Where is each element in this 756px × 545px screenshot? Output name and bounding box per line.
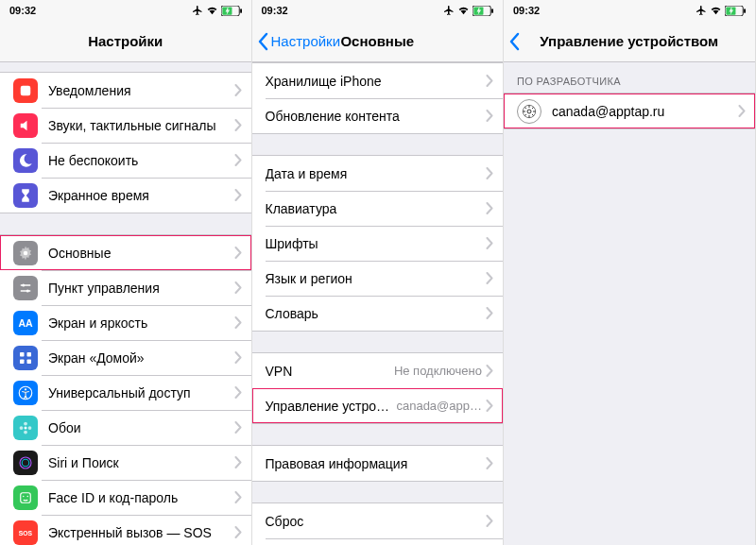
notif-icon [13,78,38,103]
svg-point-38 [527,110,531,113]
row-faceid[interactable]: Face ID и код-пароль [0,480,251,515]
row-1-1[interactable]: Клавиатура [252,191,504,226]
hourglass-icon [13,183,38,208]
row-homegrid[interactable]: Экран «Домой» [0,340,251,375]
back-button[interactable] [509,32,523,51]
row-gear[interactable]: Основные [0,235,251,270]
row-siri[interactable]: Siri и Поиск [0,445,251,480]
svg-point-22 [23,495,25,497]
row-label: Face ID и код-пароль [48,490,234,505]
settings-list[interactable]: УведомленияЗвуки, тактильные сигналыНе б… [0,62,251,545]
row-label: Пункт управления [48,281,234,296]
row-1-3[interactable]: Язык и регион [252,261,504,296]
chevron-right-icon [738,105,746,117]
status-icons [443,5,493,16]
row-moon[interactable]: Не беспокоить [0,143,251,178]
row-label: Хранилище iPhone [266,74,487,89]
row-label: Основные [48,246,234,261]
row-0-0[interactable]: Хранилище iPhone [252,63,504,98]
row-notif[interactable]: Уведомления [0,73,251,108]
svg-point-14 [25,426,27,429]
row-1-0[interactable]: Дата и время [252,156,504,191]
row-label: Управление устройством [266,399,397,414]
svg-rect-10 [20,359,25,364]
chevron-right-icon [234,84,242,96]
wifi-icon [710,6,722,15]
row-4-1[interactable]: Выключить [252,538,504,545]
chevron-right-icon [486,202,493,214]
row-label: Сброс [266,514,487,529]
nav-bar: Настройки Основные [252,21,504,62]
svg-rect-11 [27,359,32,364]
svg-rect-9 [27,352,32,357]
row-label: canada@apptap.ru [552,104,738,119]
nav-bar: Управление устройством [504,21,755,62]
nav-bar: Настройки [0,21,251,62]
chevron-right-icon [234,154,242,166]
homegrid-icon [13,346,38,370]
svg-rect-8 [20,352,25,357]
row-label: Клавиатура [266,201,487,216]
chevron-left-icon [258,32,269,51]
battery-icon [725,6,746,16]
chevron-right-icon [234,386,242,399]
chevron-right-icon [234,189,242,201]
row-2-0[interactable]: VPNНе подключено [252,353,504,388]
row-sos[interactable]: SOSЭкстренный вызов — SOS [0,515,251,545]
row-label: Уведомления [48,83,234,98]
row-0-1[interactable]: Обновление контента [252,98,504,133]
chevron-right-icon [486,515,493,527]
row-value: Не подключено [394,364,482,378]
status-time: 09:32 [513,5,540,16]
row-flower[interactable]: Обои [0,410,251,445]
svg-point-16 [24,430,27,434]
back-button[interactable]: Настройки [258,32,341,51]
row-hourglass[interactable]: Экранное время [0,178,251,213]
siri-icon [13,451,38,475]
chevron-right-icon [234,247,242,259]
status-bar: 09:32 [504,0,755,21]
svg-point-20 [22,459,29,467]
row-label: Язык и регион [266,271,487,286]
row-access[interactable]: Универсальный доступ [0,375,251,410]
gear-icon [13,241,38,265]
row-display[interactable]: AAЭкран и яркость [0,305,251,340]
svg-line-44 [532,114,534,116]
section-header: По разработчика [504,62,755,93]
phone-general: 09:32 Настройки Основные Хранилище iPhon… [252,0,505,545]
page-title: Управление устройством [540,33,718,49]
svg-point-23 [27,495,29,497]
airplane-icon [696,5,707,16]
general-list[interactable]: Хранилище iPhoneОбновление контентаДата … [252,62,504,545]
row-1-4[interactable]: Словарь [252,296,504,331]
row-3-0[interactable]: Правовая информация [252,446,504,481]
row-2-1[interactable]: Управление устройствомcanada@app… [252,388,504,423]
chevron-right-icon [486,272,493,284]
row-value: canada@app… [396,399,482,413]
sos-icon: SOS [13,520,38,545]
row-developer-profile[interactable]: canada@apptap.ru [504,94,755,128]
phone-settings: 09:32 Настройки УведомленияЗвуки, тактил… [0,0,252,545]
chevron-right-icon [234,456,242,468]
svg-rect-36 [744,9,746,13]
chevron-right-icon [234,491,242,503]
svg-text:AA: AA [18,316,33,328]
row-sliders[interactable]: Пункт управления [0,270,251,305]
svg-point-5 [22,283,25,286]
svg-rect-2 [240,9,242,13]
svg-text:SOS: SOS [19,530,33,536]
svg-rect-3 [21,85,31,95]
chevron-right-icon [486,167,493,179]
status-icons [192,5,242,16]
device-mgmt-list[interactable]: По разработчика canada@apptap.ru [504,62,755,545]
svg-point-13 [25,388,26,390]
sliders-icon [13,276,38,300]
chevron-right-icon [234,421,242,434]
row-1-2[interactable]: Шрифты [252,226,504,261]
row-label: Экран «Домой» [48,350,234,366]
flower-icon [13,416,38,440]
row-sound[interactable]: Звуки, тактильные сигналы [0,108,251,143]
display-icon: AA [13,311,38,335]
row-4-0[interactable]: Сброс [252,503,504,538]
svg-rect-33 [491,9,493,13]
